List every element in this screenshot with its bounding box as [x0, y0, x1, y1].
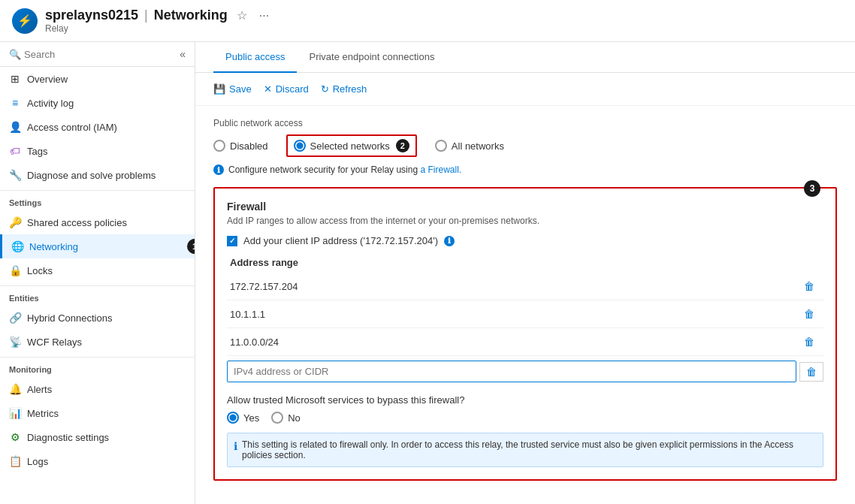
- sidebar-collapse-button[interactable]: «: [180, 48, 186, 60]
- more-options-button[interactable]: ···: [256, 9, 272, 23]
- sidebar-item-activity-log[interactable]: ≡ Activity log: [0, 91, 195, 115]
- sidebar-item-label: Networking: [29, 241, 78, 252]
- sidebar-item-networking[interactable]: 🌐 Networking 1: [0, 234, 195, 258]
- sidebar-item-label: Tags: [27, 146, 47, 157]
- firewall-section: 3 Firewall Add IP ranges to allow access…: [213, 187, 837, 481]
- tags-icon: 🏷: [9, 145, 21, 157]
- info-circle-icon: ℹ: [213, 164, 224, 175]
- radio-selected-label: Selected networks: [310, 140, 390, 152]
- discard-label: Discard: [276, 83, 309, 95]
- save-icon: 💾: [213, 83, 225, 95]
- sidebar-item-label: Logs: [27, 456, 48, 467]
- trusted-yes-radio: [227, 412, 239, 424]
- sidebar-item-diagnose[interactable]: 🔧 Diagnose and solve problems: [0, 163, 195, 187]
- sidebar-item-label: Diagnose and solve problems: [27, 170, 156, 181]
- address-input-row: 🗑: [227, 361, 823, 382]
- shared-access-icon: 🔑: [9, 216, 21, 228]
- header-resource-name: sprelayns0215: [45, 8, 138, 23]
- sidebar-item-locks[interactable]: 🔒 Locks: [0, 258, 195, 282]
- refresh-button[interactable]: ↻ Refresh: [321, 80, 367, 98]
- address-input[interactable]: [227, 361, 796, 382]
- header-separator: |: [144, 8, 148, 23]
- sidebar-item-access-control[interactable]: 👤 Access control (IAM): [0, 115, 195, 139]
- radio-group: Disabled Selected networks 2 All network…: [213, 134, 837, 157]
- favorite-button[interactable]: ☆: [234, 8, 250, 23]
- radio-disabled-label: Disabled: [230, 140, 268, 152]
- trusted-label: Allow trusted Microsoft services to bypa…: [227, 394, 823, 406]
- trusted-radio-group: Yes No: [227, 412, 823, 424]
- sidebar-item-label: Access control (IAM): [27, 122, 117, 133]
- delete-address-1-button[interactable]: 🗑: [798, 279, 820, 294]
- save-button[interactable]: 💾 Save: [213, 80, 252, 98]
- trusted-no-option[interactable]: No: [271, 412, 301, 424]
- trusted-warning-text: This setting is related to firewall only…: [242, 439, 817, 460]
- diagnose-icon: 🔧: [9, 169, 21, 181]
- network-info-text: Configure network security for your Rela…: [228, 164, 461, 175]
- step-3-badge: 3: [804, 180, 820, 197]
- access-control-icon: 👤: [9, 121, 21, 133]
- firewall-description: Add IP ranges to allow access from the i…: [227, 216, 823, 226]
- sidebar-item-diagnostic-settings[interactable]: ⚙ Diagnostic settings: [0, 425, 195, 449]
- locks-icon: 🔒: [9, 264, 21, 276]
- tab-public-access[interactable]: Public access: [213, 42, 297, 73]
- trusted-yes-label: Yes: [243, 412, 259, 424]
- wcf-relays-icon: 📡: [9, 336, 21, 348]
- sidebar-item-metrics[interactable]: 📊 Metrics: [0, 401, 195, 425]
- network-access-section: Public network access Disabled Selected …: [195, 106, 855, 184]
- address-row-1: 172.72.157.204 🗑: [227, 273, 823, 300]
- trusted-warning: ℹ This setting is related to firewall on…: [227, 433, 823, 467]
- sidebar-item-alerts[interactable]: 🔔 Alerts: [0, 377, 195, 401]
- client-ip-checkbox[interactable]: ✓: [227, 236, 237, 246]
- trusted-yes-option[interactable]: Yes: [227, 412, 259, 424]
- delete-address-2-button[interactable]: 🗑: [798, 306, 820, 321]
- checkbox-info-icon: ℹ: [444, 236, 455, 246]
- address-row-3: 11.0.0.0/24 🗑: [227, 328, 823, 356]
- sidebar-item-label: Metrics: [27, 408, 59, 419]
- sidebar-item-overview[interactable]: ⊞ Overview: [0, 67, 195, 91]
- radio-circle-selected: [294, 140, 306, 152]
- sidebar-item-label: Shared access policies: [27, 217, 127, 228]
- tab-private-endpoint[interactable]: Private endpoint connections: [297, 42, 446, 73]
- network-info-bar: ℹ Configure network security for your Re…: [213, 164, 837, 175]
- address-input-delete-button[interactable]: 🗑: [799, 362, 823, 382]
- discard-icon: ✕: [264, 83, 272, 95]
- search-input[interactable]: [24, 49, 177, 60]
- firewall-title: Firewall: [227, 201, 823, 213]
- hybrid-connections-icon: 🔗: [9, 312, 21, 324]
- sidebar-section-monitoring: Monitoring: [0, 357, 195, 377]
- radio-all-networks[interactable]: All networks: [435, 140, 504, 152]
- activity-log-icon: ≡: [9, 97, 21, 109]
- refresh-label: Refresh: [333, 83, 367, 95]
- sidebar-item-hybrid-connections[interactable]: 🔗 Hybrid Connections: [0, 306, 195, 330]
- networking-icon: 🌐: [11, 240, 23, 252]
- sidebar-item-label: Hybrid Connections: [27, 312, 112, 324]
- delete-address-3-button[interactable]: 🗑: [798, 334, 820, 349]
- sidebar-item-wcf-relays[interactable]: 📡 WCF Relays: [0, 330, 195, 354]
- radio-selected-networks[interactable]: Selected networks 2: [286, 134, 417, 157]
- header-page-title: Networking: [154, 8, 228, 23]
- header: ⚡ sprelayns0215 | Networking ☆ ··· Relay: [0, 0, 855, 42]
- diagnostic-icon: ⚙: [9, 431, 21, 443]
- trusted-no-label: No: [288, 412, 301, 424]
- sidebar: 🔍 « ⊞ Overview ≡ Activity log 👤 Access c…: [0, 42, 195, 504]
- address-value-2: 10.1.1.1: [230, 309, 265, 320]
- trusted-section: Allow trusted Microsoft services to bypa…: [227, 394, 823, 424]
- network-access-label: Public network access: [213, 118, 837, 128]
- client-ip-label: Add your client IP address ('172.72.157.…: [243, 235, 438, 246]
- sidebar-item-shared-access[interactable]: 🔑 Shared access policies: [0, 210, 195, 234]
- sidebar-item-label: Diagnostic settings: [27, 432, 109, 443]
- radio-disabled[interactable]: Disabled: [213, 140, 268, 152]
- sidebar-item-logs[interactable]: 📋 Logs: [0, 449, 195, 473]
- warning-info-icon: ℹ: [234, 440, 237, 452]
- sidebar-search-container: 🔍 «: [0, 42, 195, 67]
- sidebar-item-label: WCF Relays: [27, 337, 82, 348]
- address-value-3: 11.0.0.0/24: [230, 337, 279, 348]
- radio-circle-all: [435, 140, 447, 152]
- sidebar-item-tags[interactable]: 🏷 Tags: [0, 139, 195, 163]
- discard-button[interactable]: ✕ Discard: [264, 80, 309, 98]
- save-label: Save: [229, 83, 252, 95]
- header-icon: ⚡: [12, 8, 38, 34]
- alerts-icon: 🔔: [9, 383, 21, 395]
- firewall-link[interactable]: a Firewall.: [420, 164, 461, 175]
- tabs-bar: Public access Private endpoint connectio…: [195, 42, 855, 73]
